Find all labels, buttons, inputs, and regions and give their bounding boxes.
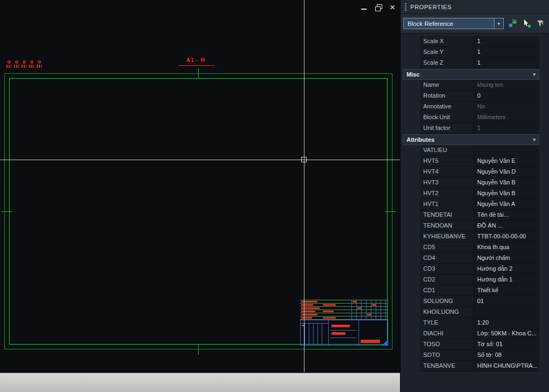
property-row[interactable]: CD4Người chấm: [420, 253, 539, 264]
property-value[interactable]: 1:20: [474, 318, 539, 328]
crosshair-vertical: [304, 0, 304, 372]
property-row[interactable]: KHOILUONG: [420, 307, 539, 318]
property-row[interactable]: Namekhung ten: [420, 80, 539, 91]
property-value[interactable]: Nguyễn Văn D: [474, 167, 539, 177]
property-value[interactable]: khung ten: [474, 80, 539, 90]
property-value[interactable]: Thiết kế: [474, 285, 539, 295]
property-value[interactable]: 1: [474, 36, 539, 46]
property-value[interactable]: Hướng dẫn 2: [474, 264, 539, 274]
grip-icon[interactable]: [405, 3, 406, 11]
property-value[interactable]: Nguyễn Văn A: [474, 199, 539, 209]
property-row[interactable]: HVT2Nguyễn Văn B: [420, 188, 539, 199]
property-value[interactable]: Tên đề tài...: [474, 210, 539, 220]
stamp-icon: [6, 60, 11, 68]
property-label: TENBANVE: [420, 361, 474, 371]
property-row[interactable]: CD5Khoa th.qua: [420, 242, 539, 253]
property-value[interactable]: Số tờ: 08: [474, 350, 539, 360]
property-row[interactable]: Scale Z1: [420, 58, 539, 68]
property-value[interactable]: Nguyễn Văn B: [474, 177, 539, 188]
property-value[interactable]: Lớp: 50KM - Khoa C...: [474, 328, 539, 339]
property-label: Unit factor: [420, 123, 474, 133]
property-row[interactable]: CD2Hướng dẫn 1: [420, 274, 539, 285]
property-label: HVT4: [420, 167, 474, 177]
drawing-viewport[interactable]: A1 - H: [0, 0, 400, 392]
property-row[interactable]: VATLIEU: [420, 145, 539, 156]
property-row[interactable]: Scale Y1: [420, 47, 539, 58]
property-row[interactable]: HVT3Nguyễn Văn B: [420, 177, 539, 188]
bottom-bar: [0, 373, 400, 392]
property-value[interactable]: Tờ số: 01: [474, 339, 539, 349]
property-label: TENDETAI: [420, 210, 474, 220]
property-label: Block Unit: [420, 112, 474, 122]
property-value[interactable]: 1: [474, 58, 539, 68]
property-label: CD3: [420, 264, 474, 274]
section-header-attributes[interactable]: Attributes▾: [403, 134, 539, 145]
property-row[interactable]: CD3Hướng dẫn 2: [420, 264, 539, 274]
property-label: TOSO: [420, 339, 474, 349]
property-value[interactable]: Millimeters: [474, 112, 539, 122]
property-row[interactable]: SOTOSố tờ: 08: [420, 350, 539, 361]
properties-rows: Scale X1Scale Y1Scale Z1Misc▾Namekhung t…: [401, 33, 549, 392]
property-label: VATLIEU: [420, 145, 474, 155]
minimize-icon[interactable]: [361, 4, 368, 11]
property-row[interactable]: KYHIEUBANVETTBT-00-00-00-00: [420, 231, 539, 242]
property-value[interactable]: 01: [474, 296, 539, 306]
center-mark-left: [1, 211, 12, 212]
property-value[interactable]: 0: [474, 91, 539, 101]
property-value[interactable]: Nguyễn Văn E: [474, 156, 539, 166]
property-value[interactable]: 1: [474, 47, 539, 57]
crosshair-horizontal: [0, 160, 400, 160]
chevron-down-icon[interactable]: ▾: [494, 18, 503, 29]
property-row[interactable]: Block UnitMillimeters: [420, 112, 539, 123]
property-value[interactable]: Người chấm: [474, 253, 539, 263]
property-row[interactable]: TENBANVEHÌNH CHUNG\PTRA...: [420, 361, 539, 372]
property-row[interactable]: SOLUONG01: [420, 296, 539, 307]
property-row[interactable]: Unit factor1: [420, 123, 539, 134]
property-value[interactable]: Hướng dẫn 1: [474, 274, 539, 285]
center-mark-bottom: [198, 344, 199, 355]
property-row[interactable]: HVT4Nguyễn Văn D: [420, 167, 539, 177]
property-label: Scale Z: [420, 58, 474, 68]
pickbox-cursor: [301, 157, 307, 162]
palette-titlebar[interactable]: PROPERTIES: [401, 0, 549, 14]
collapse-icon[interactable]: ▾: [533, 72, 536, 77]
property-row[interactable]: TENDOANĐỒ ÁN ...: [420, 221, 539, 231]
property-label: DIACHI: [420, 328, 474, 339]
title-block[interactable]: [300, 300, 388, 346]
collapse-icon[interactable]: ▾: [533, 137, 536, 142]
object-type-dropdown[interactable]: Block Reference ▾: [403, 18, 504, 29]
property-row[interactable]: DIACHILớp: 50KM - Khoa C...: [420, 328, 539, 339]
property-row[interactable]: HVT5Nguyễn Văn E: [420, 156, 539, 167]
center-mark-top: [198, 68, 199, 79]
sheet-format-label: A1 - H: [186, 57, 205, 63]
property-value[interactable]: TTBT-00-00-00-00: [474, 231, 539, 242]
property-value[interactable]: Nguyễn Văn B: [474, 188, 539, 198]
property-label: SOLUONG: [420, 296, 474, 306]
property-value[interactable]: ĐỒ ÁN ...: [474, 221, 539, 231]
property-row[interactable]: TYLE1:20: [420, 318, 539, 328]
property-label: TENDOAN: [420, 221, 474, 231]
property-row[interactable]: Rotation0: [420, 91, 539, 101]
property-row[interactable]: TOSOTờ số: 01: [420, 339, 539, 350]
property-row[interactable]: CD1Thiết kế: [420, 285, 539, 296]
quick-select-icon[interactable]: [535, 18, 546, 29]
property-value[interactable]: [474, 307, 539, 317]
section-header-misc[interactable]: Misc▾: [403, 69, 539, 80]
property-label: HVT2: [420, 188, 474, 198]
select-objects-icon[interactable]: [521, 18, 532, 29]
property-value[interactable]: 1: [474, 123, 539, 133]
property-label: CD1: [420, 285, 474, 295]
property-value[interactable]: HÌNH CHUNG\PTRA...: [474, 361, 539, 371]
property-row[interactable]: HVT1Nguyễn Văn A: [420, 199, 539, 210]
property-label: Name: [420, 80, 474, 90]
property-value[interactable]: [474, 145, 539, 155]
property-row[interactable]: Scale X1: [420, 36, 539, 47]
property-row[interactable]: AnnotativeNo: [420, 101, 539, 112]
section-title: Attributes: [406, 136, 435, 143]
pickadd-toggle-icon[interactable]: [507, 18, 518, 29]
property-value[interactable]: Khoa th.qua: [474, 242, 539, 252]
restore-icon[interactable]: [375, 4, 382, 11]
property-row[interactable]: TENDETAITên đề tài...: [420, 210, 539, 221]
property-value[interactable]: No: [474, 101, 539, 112]
close-icon[interactable]: [390, 4, 397, 11]
